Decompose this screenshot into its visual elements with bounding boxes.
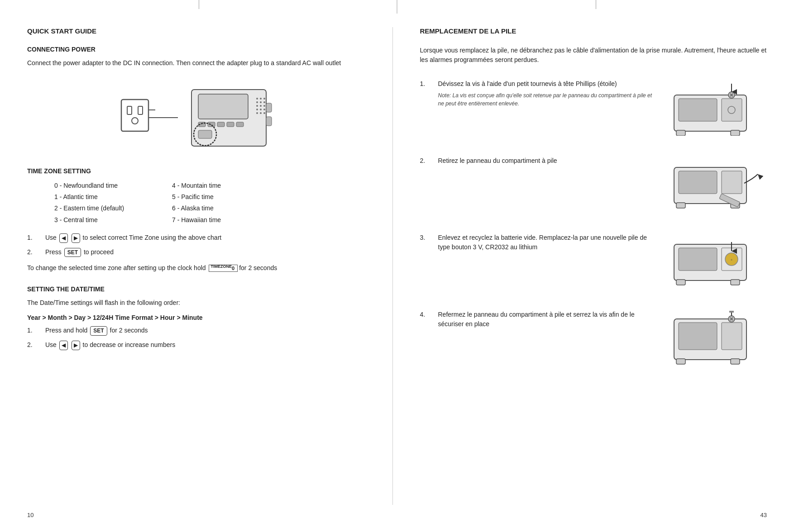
svg-rect-30 [236,122,244,127]
battery-step2-image [667,156,767,215]
set-button-tz[interactable]: SET [64,248,81,257]
timezone-item: 4 - Mountain time [172,180,263,191]
date-time-intro: The Date/Time settings will flash in the… [27,298,374,308]
svg-point-19 [256,112,258,114]
date-time-title: SETTING THE DATE/TIME [27,285,374,293]
date-time-order: Year > Month > Day > 12/24H Time Format … [27,314,374,321]
svg-rect-37 [731,130,740,136]
battery-step3-item: 3. Enlevez et recyclez la batterie vide.… [420,233,659,252]
svg-point-20 [260,112,262,114]
battery-remove-panel-image [670,158,765,213]
power-connection-image [27,81,374,154]
svg-rect-39 [722,99,742,121]
battery-step-1: 1. Dévissez la vis à l'aide d'un petit t… [420,79,767,138]
svg-rect-67 [729,311,734,313]
connecting-power-title: CONNECTING POWER [27,46,374,53]
svg-rect-61 [679,323,717,350]
svg-point-18 [260,109,262,110]
svg-rect-1 [127,106,132,114]
timezone-step2: 2. Press SET to proceed [27,247,374,257]
left-arrow-button-dt[interactable]: ◀ [59,341,68,350]
svg-point-17 [256,109,258,110]
wire-icon [155,113,178,122]
connecting-power-body: Connect the power adapter to the DC IN c… [27,58,374,68]
battery-step3-text: Enlevez et recyclez la batterie vide. Re… [438,234,647,251]
svg-rect-10 [198,94,248,119]
timezone-item: 2 - Eastern time (default) [54,203,145,214]
timezone-item: 1 - Atlantic time [54,191,145,203]
svg-rect-49 [722,171,742,194]
battery-step2-item: 2. Retirez le panneau du compartiment à … [420,156,659,166]
svg-point-14 [260,101,262,103]
svg-rect-28 [217,122,225,127]
svg-rect-33 [266,117,272,126]
svg-point-12 [260,98,262,100]
timezone-item: 0 - Newfoundland time [54,180,145,191]
svg-point-22 [263,101,265,103]
svg-point-11 [256,98,258,100]
timezone-change-note: To change the selected time zone after s… [27,263,374,273]
battery-step4-text: Refermez le panneau du compartiment à pi… [438,311,635,328]
date-time-step1-pre: Press and hold [45,327,87,334]
timezone-table: 0 - Newfoundland time 1 - Atlantic time … [54,180,374,226]
date-time-steps: 1. Press and hold SET for 2 seconds 2. U… [27,326,374,350]
date-time-step1: 1. Press and hold SET for 2 seconds [27,326,374,336]
battery-step1-image [667,79,767,138]
svg-rect-38 [679,99,717,121]
battery-step1-text: Dévissez la vis à l'aide d'un petit tour… [438,80,617,87]
timezone-hold-label: TIMEZONE0 [209,265,238,272]
timezone-step2-post: to proceed [84,248,114,256]
timezone-step1: 1. Use ◀ ▶ to select correct Time Zone u… [27,233,374,243]
svg-rect-48 [679,171,717,194]
right-main-title: REMPLACEMENT DE LA PILE [420,27,767,35]
clock-device-image [178,85,282,151]
battery-replace-image: + [670,235,765,290]
date-time-step2: 2. Use ◀ ▶ to decrease or increase numbe… [27,340,374,350]
power-outlet-icon [119,97,155,138]
timezone-item: 7 - Hawaiian time [172,214,263,226]
timezone-steps: 1. Use ◀ ▶ to select correct Time Zone u… [27,233,374,257]
svg-rect-62 [722,323,742,350]
svg-rect-32 [266,103,272,112]
timezone-title: TIME ZONE SETTING [27,167,374,175]
battery-step1-note: Note: La vis est conçue afin qu'elle soi… [438,91,659,108]
svg-rect-36 [676,130,685,136]
svg-point-13 [256,101,258,103]
battery-step2-text: Retirez le panneau du compartiment à pil… [438,157,557,164]
right-arrow-button-dt[interactable]: ▶ [72,341,80,350]
timezone-item: 3 - Central time [54,214,145,226]
right-arrow-button[interactable]: ▶ [72,233,80,243]
battery-step1-item: 1. Dévissez la vis à l'aide d'un petit t… [420,79,659,108]
battery-step-2: 2. Retirez le panneau du compartiment à … [420,156,767,215]
timezone-step1-post: to select correct Time Zone using the ab… [83,234,222,241]
timezone-step1-pre: Use [45,234,57,241]
date-time-step2-pre: Use [45,341,57,348]
svg-text:+: + [731,258,733,262]
timezone-item: 5 - Pacific time [172,191,263,203]
svg-rect-27 [208,122,215,127]
battery-step-4: 4. Refermez le panneau du compartiment à… [420,310,767,369]
svg-rect-29 [227,122,234,127]
page-number-left: 10 [27,512,33,518]
timezone-col2: 4 - Mountain time 5 - Pacific time 6 - A… [172,180,263,226]
svg-rect-0 [121,100,148,131]
svg-rect-59 [676,359,685,364]
right-intro: Lorsque vous remplacez la pile, ne débra… [420,46,767,65]
svg-rect-46 [676,203,685,208]
left-arrow-button[interactable]: ◀ [59,233,68,243]
date-time-step2-post: to decrease or increase numbers [83,341,176,348]
battery-close-image [670,310,765,369]
svg-rect-54 [679,248,717,271]
svg-rect-2 [138,106,143,114]
svg-rect-31 [198,130,212,138]
svg-point-3 [132,118,138,124]
page-number-right: 43 [761,512,767,518]
left-main-title: QUICK START GUIDE [27,27,374,35]
svg-point-16 [260,105,262,107]
set-button-dt[interactable]: SET [90,326,107,336]
svg-rect-52 [676,280,685,285]
battery-step4-item: 4. Refermez le panneau du compartiment à… [420,310,659,329]
svg-point-25 [263,112,265,114]
battery-step3-image: + [667,233,767,292]
battery-step4-image [667,310,767,369]
